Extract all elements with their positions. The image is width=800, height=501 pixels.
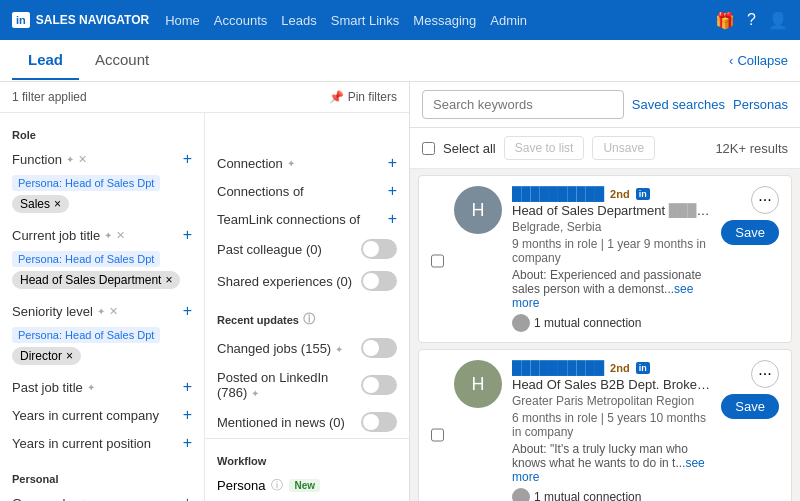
connection-label: Connection xyxy=(217,156,283,171)
current-job-chip[interactable]: Head of Sales Department × xyxy=(12,271,180,289)
nav-messaging[interactable]: Messaging xyxy=(413,13,476,28)
save-button-0[interactable]: Save xyxy=(721,220,779,245)
main-content: 1 filter applied 📌 Pin filters Role Func… xyxy=(0,82,800,501)
function-add[interactable]: + xyxy=(183,150,192,168)
role-section-label: Role xyxy=(0,121,204,145)
past-colleague-switch[interactable] xyxy=(361,239,397,259)
personas-button[interactable]: Personas xyxy=(733,97,788,112)
card-header-1: ██████████ 2nd in xyxy=(512,360,711,375)
mentioned-switch[interactable] xyxy=(361,412,397,432)
seniority-label: Seniority level xyxy=(12,304,93,319)
saved-searches-button[interactable]: Saved searches xyxy=(632,97,725,112)
see-more-link-1[interactable]: see more xyxy=(512,456,705,484)
years-company-filter[interactable]: Years in current company + xyxy=(0,401,204,429)
nav-home[interactable]: Home xyxy=(165,13,200,28)
mutual-1: 1 mutual connection xyxy=(512,488,711,501)
connections-of-filter[interactable]: Connections of + xyxy=(205,177,409,205)
geography-add[interactable]: + xyxy=(183,494,192,501)
years-position-label: Years in current position xyxy=(12,436,151,451)
more-options-button-1[interactable]: ··· xyxy=(751,360,779,388)
connections-of-label: Connections of xyxy=(217,184,304,199)
degree-badge-0: 2nd xyxy=(610,188,630,200)
unsave-button[interactable]: Unsave xyxy=(592,136,655,160)
connection-add[interactable]: + xyxy=(388,154,397,172)
seniority-chip-remove[interactable]: × xyxy=(66,349,73,363)
lead-tab[interactable]: Lead xyxy=(12,41,79,80)
mentioned-toggle[interactable]: Mentioned in news (0) xyxy=(205,406,409,438)
changed-jobs-switch[interactable] xyxy=(361,338,397,358)
nav-smart-links[interactable]: Smart Links xyxy=(331,13,400,28)
function-chip-remove[interactable]: × xyxy=(54,197,61,211)
past-colleague-toggle[interactable]: Past colleague (0) xyxy=(205,233,409,265)
save-to-list-button[interactable]: Save to list xyxy=(504,136,585,160)
past-job-filter[interactable]: Past job title ✦ + xyxy=(0,373,204,401)
nav-accounts[interactable]: Accounts xyxy=(214,13,267,28)
account-tab[interactable]: Account xyxy=(79,41,165,80)
current-job-remove[interactable]: ✕ xyxy=(116,229,125,242)
linkedin-logo: in xyxy=(12,12,30,28)
teamlink-add[interactable]: + xyxy=(388,210,397,228)
connection-filter[interactable]: Connection ✦ + xyxy=(205,149,409,177)
profile-avatar-icon[interactable]: 👤 xyxy=(768,11,788,30)
card-title-0: Head of Sales Department █████ xyxy=(512,203,711,218)
search-input[interactable] xyxy=(422,90,624,119)
posted-switch[interactable] xyxy=(361,375,397,395)
function-chip[interactable]: Sales × xyxy=(12,195,69,213)
seniority-add[interactable]: + xyxy=(183,302,192,320)
geography-star: ✦ xyxy=(80,498,88,502)
collapse-button[interactable]: ‹ Collapse xyxy=(729,53,788,68)
select-all-label: Select all xyxy=(443,141,496,156)
teamlink-label: TeamLink connections of xyxy=(217,212,360,227)
current-job-filter[interactable]: Current job title ✦ ✕ + xyxy=(0,221,204,249)
seniority-remove[interactable]: ✕ xyxy=(109,305,118,318)
years-position-filter[interactable]: Years in current position + xyxy=(0,429,204,457)
past-job-add[interactable]: + xyxy=(183,378,192,396)
function-remove[interactable]: ✕ xyxy=(78,153,87,166)
degree-badge-1: 2nd xyxy=(610,362,630,374)
seniority-filter[interactable]: Seniority level ✦ ✕ + xyxy=(0,297,204,325)
card-name-1[interactable]: ██████████ xyxy=(512,360,604,375)
results-panel: Saved searches Personas Select all Save … xyxy=(410,82,800,501)
shared-exp-toggle[interactable]: Shared experiences (0) xyxy=(205,265,409,297)
current-job-chip-remove[interactable]: × xyxy=(165,273,172,287)
posted-toggle[interactable]: Posted on LinkedIn (786) ✦ xyxy=(205,364,409,406)
shared-exp-switch[interactable] xyxy=(361,271,397,291)
nav-admin[interactable]: Admin xyxy=(490,13,527,28)
years-position-add[interactable]: + xyxy=(183,434,192,452)
card-name-0[interactable]: ██████████ xyxy=(512,186,604,201)
nav-leads[interactable]: Leads xyxy=(281,13,316,28)
mutual-label-0: 1 mutual connection xyxy=(534,316,641,330)
see-more-link-0[interactable]: see more xyxy=(512,282,693,310)
select-all-checkbox[interactable] xyxy=(422,142,435,155)
save-button-1[interactable]: Save xyxy=(721,394,779,419)
function-filter[interactable]: Function ✦ ✕ + xyxy=(0,145,204,173)
card-checkbox-0[interactable] xyxy=(431,190,444,332)
info-icon: ⓘ xyxy=(303,311,315,328)
personal-section-label: Personal xyxy=(0,465,204,489)
help-icon[interactable]: ? xyxy=(747,11,756,29)
more-options-button-0[interactable]: ··· xyxy=(751,186,779,214)
seniority-star: ✦ xyxy=(97,306,105,317)
connections-of-add[interactable]: + xyxy=(388,182,397,200)
filter-columns: Role Function ✦ ✕ + Persona: Head of Sal… xyxy=(0,113,409,501)
filter-col-right: Connection ✦ + Connections of + TeamLink… xyxy=(205,113,409,501)
li-badge-0: in xyxy=(636,188,650,200)
pin-icon: 📌 xyxy=(329,90,344,104)
card-tenure-1: 6 months in role | 5 years 10 months in … xyxy=(512,411,711,439)
search-bar: Saved searches Personas xyxy=(410,82,800,128)
teamlink-filter[interactable]: TeamLink connections of + xyxy=(205,205,409,233)
years-company-add[interactable]: + xyxy=(183,406,192,424)
seniority-chip[interactable]: Director × xyxy=(12,347,81,365)
function-persona-tag: Persona: Head of Sales Dpt xyxy=(12,175,160,191)
current-job-add[interactable]: + xyxy=(183,226,192,244)
gift-icon[interactable]: 🎁 xyxy=(715,11,735,30)
card-checkbox-1[interactable] xyxy=(431,364,444,501)
pin-filters-button[interactable]: 📌 Pin filters xyxy=(329,90,397,104)
result-card: H ██████████ 2nd in Head of Sales Depart… xyxy=(418,175,792,343)
changed-jobs-toggle[interactable]: Changed jobs (155) ✦ xyxy=(205,332,409,364)
geography-filter[interactable]: Geography ✦ + xyxy=(0,489,204,501)
top-navigation: in SALES NAVIGATOR Home Accounts Leads S… xyxy=(0,0,800,40)
filter-header: 1 filter applied 📌 Pin filters xyxy=(0,82,409,113)
past-job-star: ✦ xyxy=(87,382,95,393)
nav-icons: 🎁 ? 👤 xyxy=(715,11,788,30)
